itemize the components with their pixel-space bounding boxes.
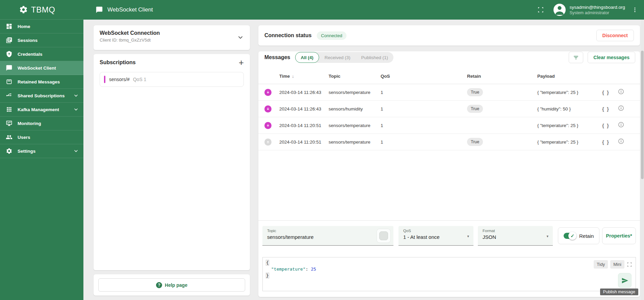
fullscreen-icon[interactable] [537, 6, 544, 13]
message-published-icon [264, 139, 272, 146]
message-received-icon [264, 89, 272, 96]
publish-message-button[interactable] [618, 273, 632, 288]
sidebar-item-home[interactable]: Home [0, 20, 83, 33]
sidebar-item-label: Credentials [18, 52, 43, 57]
cell-payload: { "temperature": 25 } [537, 90, 602, 95]
left-column: WebSocket Connection Client ID: tbmq_GxZ… [94, 25, 250, 296]
logo[interactable]: TBMQ [0, 0, 83, 20]
info-icon[interactable] [618, 105, 624, 111]
format-select[interactable]: Format JSON ▾ [478, 226, 553, 246]
retain-badge: True [467, 105, 483, 113]
editor-line: { [266, 259, 632, 266]
help-page-button[interactable]: ? Help page [98, 278, 245, 292]
sidebar-item-monitoring[interactable]: Monitoring [0, 117, 83, 130]
content: WebSocket Connection Client ID: tbmq_GxZ… [83, 20, 644, 300]
person-icon [553, 4, 566, 16]
retain-toggle-button[interactable]: ✓ Retain [558, 227, 599, 244]
chat-icon [6, 65, 12, 71]
table-row[interactable]: 2024-03-14 11:20:51 sensors/temperature … [258, 117, 640, 134]
qos-select[interactable]: QoS 1 - At least once ▾ [398, 226, 473, 246]
payload-json-icon[interactable]: { } [602, 123, 618, 128]
payload-json-icon[interactable]: { } [602, 139, 618, 145]
filter-button[interactable] [569, 52, 583, 63]
sidebar-item-settings[interactable]: Settings [0, 144, 83, 158]
subscription-item[interactable]: sensors/# QoS 1 [100, 72, 244, 87]
cell-topic: sensors/humidity [329, 106, 381, 111]
fullscreen-icon[interactable] [627, 262, 632, 267]
sidebar-item-credentials[interactable]: Credentials [0, 47, 83, 61]
tab-published[interactable]: Published (1) [356, 52, 394, 63]
dropdown-arrow-icon: ▾ [546, 234, 548, 239]
sidebar-item-users[interactable]: Users [0, 130, 83, 144]
right-column: Connection status Connected Disconnect M… [258, 25, 640, 297]
people-icon [6, 134, 12, 141]
connection-card-title: WebSocket Connection [100, 30, 244, 36]
filter-list-icon [573, 54, 579, 61]
sidebar-item-sessions[interactable]: Sessions [0, 33, 83, 47]
user-role: System administrator [569, 10, 625, 15]
col-header-payload: Payload [537, 74, 602, 79]
disconnect-button[interactable]: Disconnect [596, 30, 634, 41]
connection-status-card: Connection status Connected Disconnect [258, 25, 640, 46]
table-row[interactable]: 2024-03-14 11:26:43 sensors/temperature … [258, 84, 640, 101]
topic-color-picker[interactable] [377, 229, 391, 243]
tab-all[interactable]: All (4) [295, 52, 319, 63]
cell-time: 2024-03-14 11:26:43 [279, 106, 329, 111]
page-title: WebSocket Client [107, 6, 153, 13]
help-card: ? Help page [94, 274, 250, 296]
info-icon[interactable] [618, 121, 624, 128]
cell-qos: 1 [381, 90, 467, 95]
help-page-label: Help page [165, 282, 187, 288]
color-swatch [379, 231, 388, 240]
check-icon: ✓ [568, 232, 576, 240]
send-icon [621, 277, 628, 284]
publish-panel-divider [258, 220, 640, 221]
subscription-topic: sensors/# [109, 77, 130, 82]
payload-editor[interactable]: { "temperature": 25 } Tidy Mini [262, 257, 636, 291]
chevron-down-icon [73, 148, 79, 154]
cell-payload: { "humidity": 50 } [537, 106, 602, 111]
archive-icon [6, 78, 12, 85]
properties-button[interactable]: Properties* [602, 227, 636, 244]
table-row[interactable]: 2024-03-14 11:20:51 sensors/temperature … [258, 134, 640, 150]
sidebar-item-label: Shared Subscriptions [18, 93, 65, 98]
page-scrollbar[interactable] [641, 20, 644, 300]
clear-messages-button[interactable]: Clear messages [588, 52, 635, 63]
info-icon[interactable] [618, 88, 624, 95]
info-icon[interactable] [618, 138, 624, 145]
publish-form: Topic sensors/temperature QoS 1 - At lea… [262, 226, 636, 246]
table-row[interactable]: 2024-03-14 11:26:43 sensors/humidity 1 T… [258, 101, 640, 117]
sidebar-item-websocket-client[interactable]: WebSocket Client [0, 61, 83, 75]
sidebar-item-retained-messages[interactable]: Retained Messages [0, 75, 83, 89]
share-split-icon [6, 92, 12, 99]
scrollbar-thumb[interactable] [641, 51, 644, 179]
credentials-icon [6, 51, 12, 57]
chat-icon [96, 6, 103, 14]
payload-json-icon[interactable]: { } [602, 106, 618, 112]
col-header-time[interactable]: Time↓ [279, 74, 329, 79]
kebab-menu-icon[interactable] [632, 7, 638, 13]
status-badge: Connected [317, 31, 347, 40]
websocket-connection-card[interactable]: WebSocket Connection Client ID: tbmq_GxZ… [94, 25, 250, 50]
main-area: WebSocket Client sysadmin@thingsboard.or… [83, 0, 644, 300]
user-email: sysadmin@thingsboard.org [569, 5, 625, 10]
payload-json-icon[interactable]: { } [602, 90, 618, 95]
sidebar-item-kafka-management[interactable]: Kafka Management [0, 103, 83, 117]
topic-field[interactable]: Topic sensors/temperature [262, 226, 393, 246]
tidy-button[interactable]: Tidy [594, 260, 608, 269]
help-icon: ? [156, 282, 162, 288]
avatar[interactable] [553, 4, 566, 16]
cell-qos: 1 [381, 140, 467, 145]
chevron-down-icon[interactable] [237, 34, 244, 41]
add-subscription-button[interactable]: + [239, 59, 244, 66]
user-info[interactable]: sysadmin@thingsboard.org System administ… [569, 5, 625, 15]
tab-received[interactable]: Received (3) [319, 52, 356, 63]
format-select-label: Format [483, 229, 548, 233]
sidebar: TBMQ Home Sessions Credentials WebSocket… [0, 0, 83, 300]
sidebar-item-shared-subscriptions[interactable]: Shared Subscriptions [0, 89, 83, 103]
format-select-value: JSON [483, 234, 548, 240]
apps-grid-icon [6, 106, 12, 113]
mini-button[interactable]: Mini [610, 260, 624, 269]
gear-icon [6, 148, 12, 154]
subscription-qos: QoS 1 [133, 77, 147, 82]
